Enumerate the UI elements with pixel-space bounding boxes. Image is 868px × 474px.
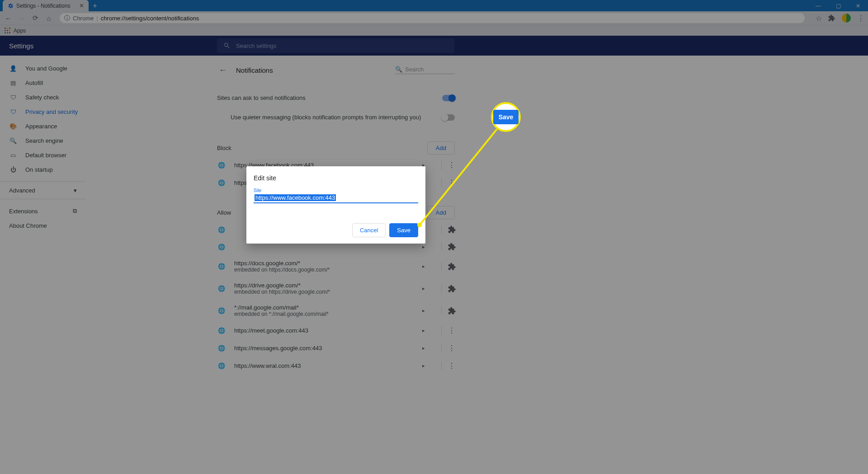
annotation-bubble: Save xyxy=(491,102,521,132)
site-input-value: https://www.facebook.com:443 xyxy=(255,194,336,201)
dialog-title: Edit site xyxy=(254,174,418,182)
site-field-label: Site xyxy=(254,188,418,193)
modal-backdrop xyxy=(0,0,868,474)
save-button[interactable]: Save xyxy=(389,223,418,237)
cancel-button[interactable]: Cancel xyxy=(352,223,386,237)
edit-site-dialog: Edit site Site https://www.facebook.com:… xyxy=(246,166,425,244)
site-input[interactable]: https://www.facebook.com:443 xyxy=(254,193,418,203)
annotation-save-chip: Save xyxy=(493,110,519,124)
